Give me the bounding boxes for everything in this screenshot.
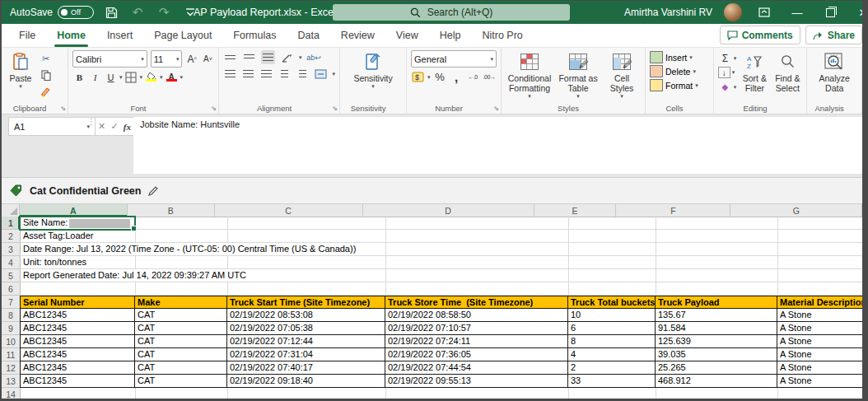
italic-button[interactable]: I xyxy=(88,70,102,84)
top-align-icon[interactable] xyxy=(223,50,237,64)
table-cell-r10c1[interactable]: ABC12345 xyxy=(20,335,135,348)
accounting-chevron-icon[interactable]: ▾ xyxy=(427,74,431,81)
tab-nitro-pro[interactable]: Nitro Pro xyxy=(471,24,533,47)
cell-A4[interactable]: Unit: ton/tonnes xyxy=(21,256,89,268)
clear-icon[interactable]: ◆ xyxy=(718,80,732,94)
table-cell-r9c1[interactable]: ABC12345 xyxy=(20,322,135,335)
table-header-2[interactable]: Make xyxy=(135,296,227,309)
orientation-icon[interactable] xyxy=(280,50,294,64)
table-cell-r12c4[interactable]: 02/19/2022 07:44:54 xyxy=(385,361,568,375)
grow-font-icon[interactable]: A^ xyxy=(185,52,198,66)
undo-icon[interactable]: ↶ xyxy=(128,3,147,21)
conditional-formatting-button[interactable]: Conditional Formatting ▾ xyxy=(506,50,553,102)
table-cell-r10c2[interactable]: CAT xyxy=(135,335,227,348)
accounting-format-icon[interactable]: $ xyxy=(411,70,425,84)
column-header-A[interactable]: A xyxy=(20,204,128,217)
table-cell-r12c5[interactable]: 2 xyxy=(568,361,656,375)
align-right-icon[interactable] xyxy=(259,67,273,81)
cell-styles-button[interactable]: 🖉 Cell Styles ▾ xyxy=(603,50,641,102)
format-cells-button[interactable]: Format ▾ xyxy=(650,79,709,91)
table-cell-r10c4[interactable]: 02/19/2022 07:24:11 xyxy=(385,335,568,348)
insert-function-icon[interactable]: fx xyxy=(124,122,131,132)
tab-page-layout[interactable]: Page Layout xyxy=(143,24,222,47)
table-cell-r13c2[interactable]: CAT xyxy=(135,375,227,388)
table-cell-r13c3[interactable]: 02/19/2022 09:18:40 xyxy=(227,375,385,388)
table-cell-r9c2[interactable]: CAT xyxy=(135,322,227,335)
share-button[interactable]: Share xyxy=(805,26,862,44)
user-name[interactable]: Amirtha Varshini RV xyxy=(624,7,712,18)
table-cell-r10c6[interactable]: 125.639 xyxy=(656,335,777,348)
increase-indent-icon[interactable] xyxy=(296,67,309,81)
row-header-14[interactable]: 14 xyxy=(2,388,20,399)
tab-review[interactable]: Review xyxy=(330,24,385,47)
table-header-3[interactable]: Truck Start Time (Site Timezone) xyxy=(227,296,385,309)
table-cell-r11c2[interactable]: CAT xyxy=(135,348,227,361)
column-header-D[interactable]: D xyxy=(363,204,534,217)
bold-button[interactable]: B xyxy=(72,70,86,84)
table-cell-r9c3[interactable]: 02/19/2022 07:05:38 xyxy=(227,322,385,335)
row-header-5[interactable]: 5 xyxy=(2,269,20,282)
row-header-6[interactable]: 6 xyxy=(2,282,20,296)
table-cell-r8c4[interactable]: 02/19/2022 08:58:50 xyxy=(385,309,568,322)
table-cell-r8c2[interactable]: CAT xyxy=(135,309,227,322)
table-cell-r13c1[interactable]: ABC12345 xyxy=(20,375,135,388)
autosave-switch[interactable]: Off xyxy=(58,6,94,19)
name-box[interactable]: A1 ▾ xyxy=(8,117,96,136)
wrap-text-icon[interactable]: ab↩ xyxy=(307,50,321,64)
tab-file[interactable]: File xyxy=(8,24,46,47)
table-cell-r9c7[interactable]: A Stone xyxy=(777,322,862,335)
underline-button[interactable]: U xyxy=(104,70,118,84)
number-format-select[interactable]: General▾ xyxy=(411,50,497,68)
tab-data[interactable]: Data xyxy=(287,24,329,47)
close-button[interactable]: ✕ xyxy=(852,1,862,24)
table-cell-r13c6[interactable]: 468.912 xyxy=(656,375,777,388)
edit-sensitivity-pencil-icon[interactable] xyxy=(147,185,159,197)
fill-icon[interactable]: ↓ xyxy=(718,67,730,78)
format-painter-icon[interactable] xyxy=(39,85,53,99)
selected-cell-A1[interactable] xyxy=(19,216,136,231)
middle-align-icon[interactable] xyxy=(242,50,256,64)
merge-center-icon[interactable] xyxy=(314,67,327,81)
cancel-icon[interactable]: ✕ xyxy=(98,121,105,132)
font-color-chevron-icon[interactable]: ▾ xyxy=(180,74,184,81)
minimize-button[interactable]: — xyxy=(786,1,808,24)
spreadsheet-grid[interactable]: ABCDEFG1234567891011121314Site Name:Asse… xyxy=(2,204,862,399)
ribbon-display-options-icon[interactable] xyxy=(754,1,775,24)
tab-help[interactable]: Help xyxy=(429,24,472,47)
merge-center-chevron-icon[interactable]: ▾ xyxy=(332,71,335,77)
table-header-6[interactable]: Truck Payload xyxy=(656,296,777,309)
clipboard-dialog-launcher-icon[interactable]: ⇘ xyxy=(60,105,66,112)
analyze-data-button[interactable]: Analyze Data xyxy=(813,50,856,102)
tab-formulas[interactable]: Formulas xyxy=(222,24,287,47)
table-header-4[interactable]: Truck Store Time (Site Timezone) xyxy=(385,296,568,309)
table-cell-r10c3[interactable]: 02/19/2022 07:12:44 xyxy=(227,335,385,348)
table-header-5[interactable]: Truck Total buckets xyxy=(568,296,656,309)
search-input[interactable]: Search (Alt+Q) xyxy=(333,4,570,21)
insert-cells-button[interactable]: Insert ▾ xyxy=(650,51,709,63)
percent-icon[interactable]: % xyxy=(433,70,447,84)
underline-chevron-icon[interactable]: ▾ xyxy=(119,74,123,81)
row-header-10[interactable]: 10 xyxy=(2,335,20,348)
fill-color-icon[interactable] xyxy=(144,70,158,84)
table-cell-r9c6[interactable]: 91.584 xyxy=(656,322,777,335)
increase-decimal-icon[interactable]: ←.0 xyxy=(466,70,480,84)
comments-button[interactable]: Comments xyxy=(720,26,800,44)
table-cell-r9c5[interactable]: 6 xyxy=(568,322,656,335)
cut-icon[interactable]: ✂ xyxy=(39,52,53,66)
tab-home[interactable]: Home xyxy=(46,24,96,47)
row-header-2[interactable]: 2 xyxy=(2,230,20,243)
borders-chevron-icon[interactable]: ▾ xyxy=(140,74,143,81)
row-header-7[interactable]: 7 xyxy=(2,296,20,309)
column-header-B[interactable]: B xyxy=(128,204,214,217)
redo-icon[interactable]: ↷ xyxy=(155,3,173,21)
find-select-button[interactable]: Find & Select xyxy=(772,50,802,102)
table-cell-r11c7[interactable]: A Stone xyxy=(777,348,862,361)
column-header-G[interactable]: G xyxy=(730,204,862,217)
table-cell-r10c5[interactable]: 8 xyxy=(568,335,656,348)
table-cell-r12c2[interactable]: CAT xyxy=(135,361,227,375)
select-all-corner[interactable] xyxy=(2,204,20,217)
tab-view[interactable]: View xyxy=(385,24,429,47)
decrease-indent-icon[interactable] xyxy=(278,67,291,81)
delete-cells-button[interactable]: Delete ▾ xyxy=(650,65,709,77)
formula-bar-input[interactable]: Jobsite Name: Huntsville xyxy=(133,117,862,174)
